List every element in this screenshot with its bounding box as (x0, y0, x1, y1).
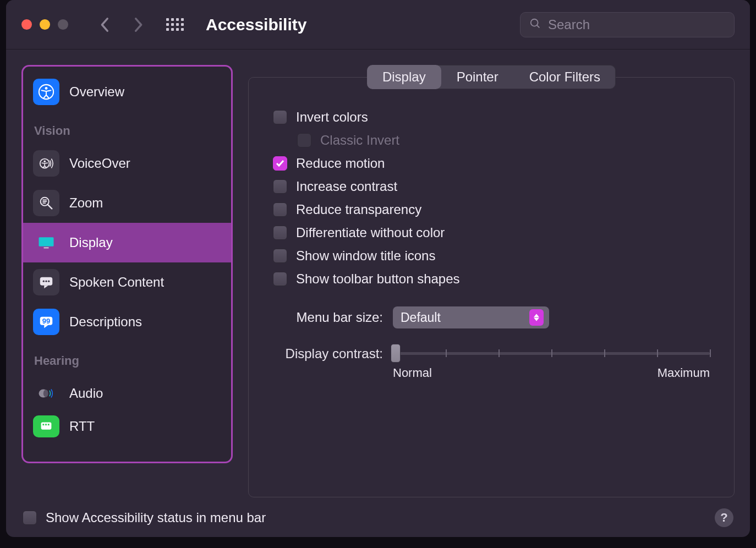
back-button[interactable] (100, 19, 111, 30)
page-title: Accessibility (206, 15, 306, 34)
checkbox[interactable] (273, 179, 287, 194)
sidebar-item-label: Spoken Content (69, 275, 164, 290)
sidebar-item-descriptions[interactable]: 99 Descriptions (23, 302, 231, 342)
sidebar-section-hearing: Hearing (23, 342, 231, 374)
show-all-icon[interactable] (166, 18, 184, 31)
slider-max-label: Maximum (658, 366, 710, 380)
sidebar-item-label: VoiceOver (69, 156, 130, 171)
zoom-window-button[interactable] (58, 19, 68, 30)
preferences-window: Accessibility Overview Vision VoiceO (6, 0, 750, 537)
titlebar: Accessibility (6, 0, 750, 50)
display-contrast-row: Display contrast: (273, 345, 710, 380)
svg-point-16 (48, 280, 50, 282)
display-icon (33, 229, 59, 256)
checkbox[interactable] (273, 249, 287, 263)
sidebar-item-voiceover[interactable]: VoiceOver (23, 144, 231, 183)
svg-point-20 (43, 390, 48, 397)
forward-button[interactable] (133, 19, 144, 30)
checkbox[interactable] (273, 202, 287, 217)
option-reduce-motion[interactable]: Reduce motion (273, 156, 710, 171)
option-invert-colors[interactable]: Invert colors (273, 109, 710, 125)
spoken-content-icon (33, 269, 59, 295)
sidebar-item-label: Audio (69, 386, 103, 401)
option-label: Reduce transparency (296, 202, 421, 217)
option-label: Differentiate without color (296, 225, 445, 240)
tab-pointer[interactable]: Pointer (441, 65, 514, 89)
svg-rect-12 (44, 247, 49, 248)
svg-text:99: 99 (42, 317, 51, 325)
slider-min-label: Normal (393, 366, 432, 380)
show-status-checkbox[interactable] (23, 511, 37, 525)
search-field[interactable] (520, 12, 735, 37)
sidebar: Overview Vision VoiceOver Zoom Displa (21, 65, 233, 463)
select-value: Default (401, 310, 441, 325)
sidebar-item-label: Display (69, 235, 113, 250)
search-input[interactable] (548, 17, 725, 32)
svg-line-1 (537, 25, 540, 28)
body: Overview Vision VoiceOver Zoom Displa (6, 50, 750, 505)
option-label: Invert colors (296, 109, 368, 125)
footer: Show Accessibility status in menu bar ? (6, 505, 750, 537)
sidebar-item-overview[interactable]: Overview (23, 72, 231, 112)
search-icon (529, 18, 541, 32)
sidebar-item-label: RTT (69, 419, 95, 434)
menu-bar-size-select[interactable]: Default (393, 306, 549, 328)
svg-rect-22 (42, 424, 44, 425)
svg-point-5 (43, 160, 46, 162)
svg-rect-24 (48, 424, 50, 425)
option-label: Show window title icons (296, 248, 435, 264)
voiceover-icon (33, 150, 59, 177)
display-contrast-label: Display contrast: (273, 345, 383, 361)
svg-line-7 (48, 205, 52, 209)
sidebar-item-spoken-content[interactable]: Spoken Content (23, 262, 231, 302)
option-reduce-transparency[interactable]: Reduce transparency (273, 202, 710, 217)
slider-thumb[interactable] (391, 344, 401, 363)
sidebar-section-vision: Vision (23, 112, 231, 144)
accessibility-icon (33, 79, 59, 105)
display-contrast-slider[interactable]: Normal Maximum (393, 345, 710, 380)
sidebar-item-display[interactable]: Display (23, 223, 231, 262)
sidebar-item-label: Overview (69, 84, 124, 100)
svg-rect-21 (41, 423, 52, 430)
option-increase-contrast[interactable]: Increase contrast (273, 179, 710, 194)
option-show-toolbar-button-shapes[interactable]: Show toolbar button shapes (273, 271, 710, 287)
svg-rect-23 (45, 424, 47, 425)
sidebar-item-rtt[interactable]: RTT (23, 413, 231, 440)
sidebar-item-label: Descriptions (69, 314, 142, 330)
option-label: Increase contrast (296, 179, 397, 194)
display-panel: Invert colors Classic Invert Reduce moti… (248, 77, 735, 497)
nav-group (100, 18, 184, 31)
option-differentiate-without-color[interactable]: Differentiate without color (273, 225, 710, 240)
option-label: Show toolbar button shapes (296, 271, 460, 287)
checkbox[interactable] (273, 226, 287, 240)
rtt-icon (33, 415, 59, 437)
help-button[interactable]: ? (715, 508, 733, 527)
svg-point-15 (45, 280, 47, 282)
checkbox (297, 133, 311, 147)
option-label: Classic Invert (320, 133, 399, 148)
minimize-window-button[interactable] (40, 19, 50, 30)
display-tabs: Display Pointer Color Filters (367, 65, 616, 89)
checkbox[interactable] (273, 272, 287, 286)
checkbox[interactable] (273, 110, 287, 124)
show-status-label: Show Accessibility status in menu bar (46, 510, 266, 525)
option-classic-invert: Classic Invert (297, 133, 710, 148)
svg-point-0 (531, 19, 538, 26)
option-label: Reduce motion (296, 156, 385, 171)
descriptions-icon: 99 (33, 309, 59, 335)
close-window-button[interactable] (21, 19, 32, 30)
svg-point-14 (43, 280, 45, 282)
tab-display[interactable]: Display (367, 65, 441, 89)
main-content: Display Pointer Color Filters Invert col… (248, 65, 735, 497)
option-show-window-title-icons[interactable]: Show window title icons (273, 248, 710, 264)
svg-point-3 (45, 87, 48, 90)
window-controls (21, 19, 68, 30)
svg-rect-11 (39, 237, 54, 246)
sidebar-item-label: Zoom (69, 195, 103, 211)
sidebar-item-audio[interactable]: Audio (23, 374, 231, 413)
sidebar-item-zoom[interactable]: Zoom (23, 183, 231, 223)
tab-color-filters[interactable]: Color Filters (514, 65, 616, 89)
checkbox[interactable] (273, 156, 287, 171)
select-stepper-icon (529, 309, 544, 326)
audio-icon (33, 380, 59, 407)
